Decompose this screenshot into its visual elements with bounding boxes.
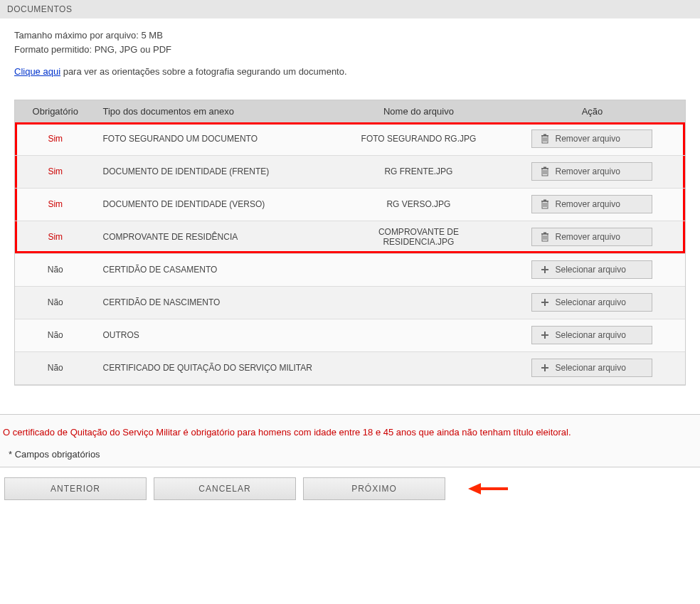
anterior-button[interactable]: ANTERIOR	[4, 477, 147, 500]
svg-rect-22	[541, 233, 548, 235]
action-label: Remover arquivo	[555, 232, 620, 242]
nav-buttons-bar: ANTERIOR CANCELAR PRÓXIMO	[0, 467, 700, 514]
cell-obrigatorio: Sim	[15, 188, 95, 221]
cell-obrigatorio: Não	[15, 319, 95, 351]
documents-table: Obrigatório Tipo dos documentos em anexo…	[15, 100, 685, 385]
col-header-tipo: Tipo dos documentos em anexo	[95, 100, 337, 122]
select-file-button[interactable]: Selecionar arquivo	[531, 260, 652, 279]
cell-obrigatorio: Sim	[15, 221, 95, 253]
cell-filename: FOTO SEGURANDO RG.JPG	[338, 122, 499, 155]
cell-action: Remover arquivo	[499, 221, 685, 253]
svg-rect-31	[541, 367, 548, 369]
action-label: Selecionar arquivo	[555, 363, 625, 373]
action-label: Remover arquivo	[555, 199, 620, 209]
arrow-annotation-icon	[467, 481, 509, 497]
cancelar-button[interactable]: CANCELAR	[154, 477, 296, 500]
cell-filename: RG VERSO.JPG	[338, 188, 499, 221]
cell-action: Selecionar arquivo	[499, 286, 685, 319]
svg-rect-29	[541, 334, 548, 336]
svg-rect-5	[543, 134, 546, 135]
cell-tipo: DOCUMENTO DE IDENTIDADE (FRENTE)	[95, 155, 337, 188]
notice-area: O certificado de Quitação do Serviço Mil…	[0, 414, 700, 467]
action-label: Remover arquivo	[555, 166, 620, 176]
col-header-acao: Ação	[499, 100, 685, 122]
cell-obrigatorio: Não	[15, 351, 95, 384]
photo-instructions-line: Clique aqui para ver as orientações sobr…	[14, 66, 686, 77]
svg-rect-25	[541, 269, 548, 270]
col-header-obrigatorio: Obrigatório	[15, 100, 95, 122]
table-header-row: Obrigatório Tipo dos documentos em anexo…	[15, 100, 685, 122]
trash-icon	[541, 232, 549, 242]
content-area: Tamanho máximo por arquivo: 5 MB Formato…	[0, 18, 700, 84]
cell-obrigatorio: Sim	[15, 122, 95, 155]
table-row: NãoOUTROSSelecionar arquivo	[15, 319, 685, 351]
cell-filename	[338, 253, 499, 286]
cell-obrigatorio: Não	[15, 253, 95, 286]
cell-filename	[338, 351, 499, 384]
cell-action: Remover arquivo	[499, 122, 685, 155]
cell-tipo: CERTIDÃO DE CASAMENTO	[95, 253, 337, 286]
remove-file-button[interactable]: Remover arquivo	[531, 228, 652, 246]
cell-filename	[338, 319, 499, 351]
table-row: SimDOCUMENTO DE IDENTIDADE (FRENTE)RG FR…	[15, 155, 685, 188]
remove-file-button[interactable]: Remover arquivo	[531, 129, 652, 148]
section-header: DOCUMENTOS	[0, 0, 700, 18]
cell-action: Selecionar arquivo	[499, 253, 685, 286]
cell-filename	[338, 286, 499, 319]
military-certificate-notice: O certificado de Quitação do Serviço Mil…	[3, 426, 697, 439]
table-row: NãoCERTIDÃO DE CASAMENTOSelecionar arqui…	[15, 253, 685, 286]
table-row: SimDOCUMENTO DE IDENTIDADE (VERSO)RG VER…	[15, 188, 685, 221]
table-row: NãoCERTIFICADO DE QUITAÇÃO DO SERVIÇO MI…	[15, 351, 685, 384]
action-label: Selecionar arquivo	[555, 297, 625, 307]
cell-filename: RG FRENTE.JPG	[338, 155, 499, 188]
plus-icon	[541, 331, 549, 339]
svg-marker-33	[468, 483, 481, 494]
cell-action: Selecionar arquivo	[499, 319, 685, 351]
cell-tipo: DOCUMENTO DE IDENTIDADE (VERSO)	[95, 188, 337, 221]
cell-tipo: CERTIDÃO DE NASCIMENTO	[95, 286, 337, 319]
cell-action: Remover arquivo	[499, 188, 685, 221]
svg-rect-4	[541, 135, 548, 137]
plus-icon	[541, 364, 549, 372]
svg-rect-11	[543, 167, 546, 169]
trash-icon	[541, 166, 549, 176]
plus-icon	[541, 298, 549, 307]
select-file-button[interactable]: Selecionar arquivo	[531, 293, 652, 312]
svg-rect-27	[541, 302, 548, 303]
remove-file-button[interactable]: Remover arquivo	[531, 195, 652, 213]
cell-obrigatorio: Não	[15, 286, 95, 319]
cell-tipo: OUTROS	[95, 319, 337, 351]
action-label: Remover arquivo	[555, 134, 620, 144]
table-row: NãoCERTIDÃO DE NASCIMENTOSelecionar arqu…	[15, 286, 685, 319]
cell-tipo: CERTIFICADO DE QUITAÇÃO DO SERVIÇO MILIT…	[95, 351, 337, 384]
trash-icon	[541, 134, 549, 144]
documents-table-wrap: Obrigatório Tipo dos documentos em anexo…	[14, 100, 686, 386]
svg-rect-23	[543, 233, 546, 234]
svg-rect-17	[543, 200, 546, 201]
info-formats: Formato permitido: PNG, JPG ou PDF	[14, 43, 686, 57]
required-fields-note: * Campos obrigatórios	[3, 449, 697, 460]
trash-icon	[541, 199, 549, 209]
plus-icon	[541, 265, 549, 274]
cell-action: Remover arquivo	[499, 155, 685, 188]
remove-file-button[interactable]: Remover arquivo	[531, 162, 652, 181]
cell-tipo: COMPROVANTE DE RESIDÊNCIA	[95, 221, 337, 253]
cell-action: Selecionar arquivo	[499, 351, 685, 384]
select-file-button[interactable]: Selecionar arquivo	[531, 359, 652, 377]
section-title: DOCUMENTOS	[7, 4, 72, 14]
col-header-nome: Nome do arquivo	[338, 100, 499, 122]
photo-instructions-rest: para ver as orientações sobre a fotograf…	[60, 66, 347, 77]
action-label: Selecionar arquivo	[555, 265, 625, 275]
action-label: Selecionar arquivo	[555, 330, 625, 340]
select-file-button[interactable]: Selecionar arquivo	[531, 326, 652, 344]
cell-obrigatorio: Sim	[15, 155, 95, 188]
photo-instructions-link[interactable]: Clique aqui	[14, 66, 60, 77]
table-row: SimCOMPROVANTE DE RESIDÊNCIACOMPROVANTE …	[15, 221, 685, 253]
table-row: SimFOTO SEGURANDO UM DOCUMENTOFOTO SEGUR…	[15, 122, 685, 155]
info-max-size: Tamanho máximo por arquivo: 5 MB	[14, 28, 686, 43]
cell-tipo: FOTO SEGURANDO UM DOCUMENTO	[95, 122, 337, 155]
cell-filename: COMPROVANTE DE RESIDENCIA.JPG	[338, 221, 499, 253]
svg-rect-10	[541, 168, 548, 169]
svg-rect-16	[541, 201, 548, 202]
proximo-button[interactable]: PRÓXIMO	[303, 477, 445, 500]
